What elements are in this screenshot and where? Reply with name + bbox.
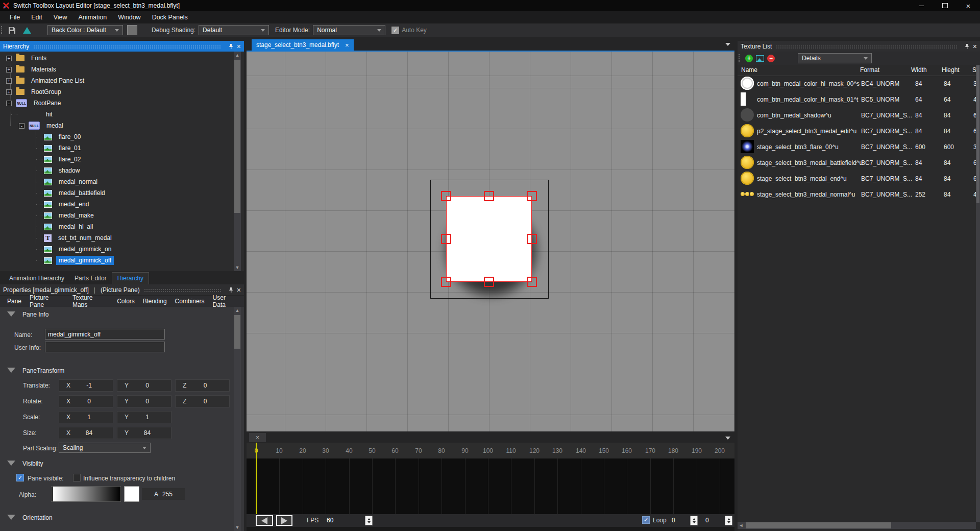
debug-shading-dropdown[interactable]: Default <box>199 25 269 35</box>
rotate-z-field[interactable]: Z0 <box>175 395 230 407</box>
menu-view[interactable]: View <box>48 11 73 23</box>
timeline-close-tab[interactable]: × <box>249 433 266 442</box>
texture-list-horizontal-scrollbar[interactable]: ◄ <box>738 522 976 529</box>
scale-y-field[interactable]: Y1 <box>117 411 172 423</box>
menu-window[interactable]: Window <box>112 11 146 23</box>
toolbar-grip[interactable] <box>739 54 742 62</box>
tree-item-medal-gimmick-on[interactable]: medal_gimmick_on <box>0 244 244 255</box>
influence-transparency-checkbox[interactable] <box>73 474 81 481</box>
resize-handle-top-right[interactable] <box>527 191 537 201</box>
col-format[interactable]: Format <box>860 66 879 74</box>
tree-item-fonts[interactable]: +Fonts <box>0 53 244 64</box>
alpha-gradient-slider[interactable] <box>51 486 121 502</box>
fit-view-icon[interactable] <box>23 27 31 34</box>
name-field[interactable]: medal_gimmick_off <box>45 329 165 340</box>
tree-item-medal-end[interactable]: medal_end <box>0 199 244 210</box>
loop-end-stepper[interactable] <box>725 516 732 525</box>
tree-item-rootpane[interactable]: -NULLRootPane <box>0 98 244 109</box>
tree-item-flare-02[interactable]: flare_02 <box>0 154 244 165</box>
collapse-triangle-icon[interactable] <box>7 461 15 466</box>
minimize-button[interactable] <box>910 0 933 11</box>
tree-item-materials[interactable]: +Materials <box>0 64 244 75</box>
col-width[interactable]: Width <box>911 66 927 74</box>
collapse-triangle-icon[interactable] <box>7 311 15 317</box>
close-panel-icon[interactable]: × <box>973 42 977 51</box>
tree-item-flare-00[interactable]: flare_00 <box>0 131 244 142</box>
hierarchy-scrollbar[interactable]: ▲ ▼ <box>234 52 241 271</box>
expander-icon[interactable]: + <box>6 56 12 61</box>
tab-picture-pane[interactable]: Picture Pane <box>26 294 68 308</box>
texture-row[interactable]: com_btn_medal_color_hl_mask_00^sBC4_UNOR… <box>738 76 980 91</box>
expander-icon[interactable]: + <box>6 67 12 73</box>
col-name[interactable]: Name <box>741 66 757 74</box>
close-tab-icon[interactable]: × <box>345 41 349 49</box>
loop-end-value[interactable]: 0 <box>705 517 709 524</box>
tree-item-medal-gimmick-off[interactable]: medal_gimmick_off <box>0 255 244 266</box>
pane-visible-checkbox[interactable]: ✓ <box>16 474 24 481</box>
menu-edit[interactable]: Edit <box>26 11 48 23</box>
fps-value[interactable]: 60 <box>327 517 333 524</box>
view-mode-dropdown[interactable]: Details <box>798 53 872 63</box>
resize-handle-bottom-right[interactable] <box>527 277 537 287</box>
timeline-frames-area[interactable] <box>247 458 734 514</box>
tab-texture-maps[interactable]: Texture Maps <box>68 294 113 308</box>
add-texture-button[interactable]: + <box>745 55 753 62</box>
editor-mode-dropdown[interactable]: Normal <box>313 25 385 35</box>
layout-canvas[interactable] <box>247 52 734 431</box>
tab-animation-hierarchy[interactable]: Animation Hierarchy <box>4 273 69 284</box>
save-icon[interactable] <box>8 27 16 34</box>
size-x-field[interactable]: X84 <box>59 427 113 439</box>
document-tab[interactable]: stage_select_btn3_medal.bflyt × <box>252 39 354 51</box>
loop-start-value[interactable]: 0 <box>672 517 675 524</box>
close-panel-icon[interactable]: × <box>237 286 241 294</box>
texture-row[interactable]: p2_stage_select_btn3_medal_edit^uBC7_UNO… <box>738 123 980 139</box>
timeline-dropdown-icon[interactable] <box>725 437 730 440</box>
loop-checkbox[interactable]: ✓ <box>642 516 650 524</box>
playhead[interactable] <box>256 443 257 514</box>
toolbar-grip[interactable] <box>1 26 4 34</box>
expander-icon[interactable]: - <box>6 101 12 106</box>
tree-item-medal-hl-all[interactable]: medal_hl_all <box>0 221 244 232</box>
fps-stepper[interactable] <box>365 516 373 525</box>
back-color-dropdown[interactable]: Back Color : Default <box>47 25 123 35</box>
tab-blending[interactable]: Blending <box>139 298 171 305</box>
tree-item-hit[interactable]: hit <box>0 109 244 120</box>
expander-icon[interactable]: + <box>6 89 12 95</box>
close-button[interactable]: × <box>957 0 980 11</box>
rotate-x-field[interactable]: X0 <box>59 395 113 407</box>
part-scaling-dropdown[interactable]: Scaling <box>59 443 151 453</box>
remove-texture-button[interactable]: − <box>767 55 775 62</box>
resize-handle-mid-left[interactable] <box>441 234 451 244</box>
tab-user-data[interactable]: User Data <box>209 294 244 308</box>
image-icon[interactable] <box>756 55 764 62</box>
auto-key-checkbox[interactable]: ✓ <box>391 27 399 34</box>
tree-item-rootgroup[interactable]: +RootGroup <box>0 86 244 98</box>
translate-z-field[interactable]: Z0 <box>175 379 230 392</box>
user-info-field[interactable] <box>45 342 165 352</box>
tab-combiners[interactable]: Combiners <box>171 298 209 305</box>
tree-item-medal-make[interactable]: medal_make <box>0 210 244 221</box>
expander-icon[interactable]: - <box>19 123 24 129</box>
pin-icon[interactable] <box>964 43 970 50</box>
resize-handle-bottom-left[interactable] <box>441 277 451 287</box>
texture-row[interactable]: stage_select_btn3_medal_normal^uBC7_UNOR… <box>738 186 980 202</box>
step-back-button[interactable] <box>256 515 273 526</box>
tree-item-shadow[interactable]: shadow <box>0 165 244 176</box>
pin-icon[interactable] <box>228 43 234 50</box>
resize-handle-bottom-center[interactable] <box>484 277 494 287</box>
tab-hierarchy[interactable]: Hierarchy <box>112 272 149 284</box>
texture-list-vertical-scrollbar[interactable] <box>976 65 980 522</box>
translate-y-field[interactable]: Y0 <box>117 379 172 392</box>
close-panel-icon[interactable]: × <box>237 42 241 51</box>
tab-pane[interactable]: Pane <box>3 298 26 305</box>
alpha-color-swatch[interactable] <box>124 486 139 502</box>
collapse-triangle-icon[interactable] <box>7 515 15 520</box>
translate-x-field[interactable]: X-1 <box>59 379 113 392</box>
pin-icon[interactable] <box>228 287 234 293</box>
properties-scrollbar[interactable]: ▲ ▼ <box>234 307 241 531</box>
menu-animation[interactable]: Animation <box>73 11 113 23</box>
expander-icon[interactable]: + <box>6 78 12 84</box>
selected-pane-surface[interactable] <box>446 196 532 282</box>
texture-row[interactable]: com_btn_medal_shadow^uBC7_UNORM_S... 848… <box>738 107 980 123</box>
tree-item-set-txt-num-medal[interactable]: Tset_txt_num_medal <box>0 232 244 244</box>
